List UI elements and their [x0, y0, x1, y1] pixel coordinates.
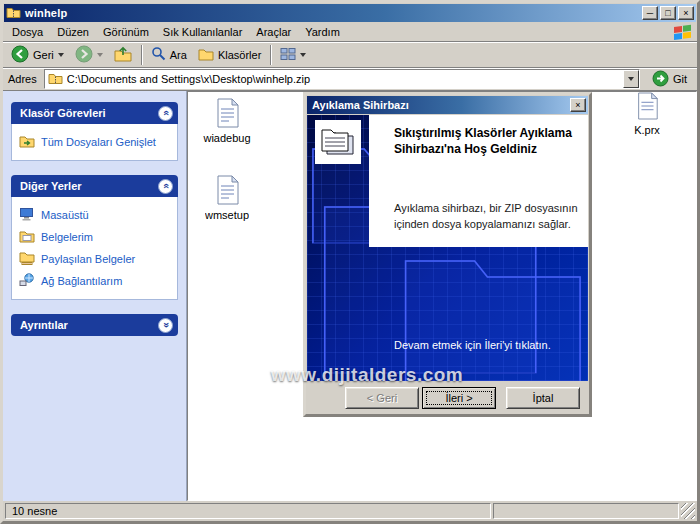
file-item[interactable]: K.prx [616, 92, 678, 136]
wizard-cancel-button[interactable]: İptal [506, 387, 580, 409]
document-icon [213, 175, 241, 207]
section-details: Ayrıntılar » [11, 314, 178, 336]
chevron-up-icon[interactable]: « [158, 106, 173, 121]
menu-bar: Dosya Düzen Görünüm Sık Kullanılanlar Ar… [3, 23, 697, 42]
section-header-other-places[interactable]: Diğer Yerler « [11, 175, 178, 197]
task-pane: Klasör Görevleri « Tüm Dosyaları Genişle… [3, 91, 187, 501]
search-button-label: Ara [170, 49, 187, 61]
search-icon [151, 46, 166, 63]
menu-sik-kullanilanlar[interactable]: Sık Kullanılanlar [156, 24, 250, 40]
address-path-text: C:\Documents and Settings\x\Desktop\winh… [67, 73, 619, 85]
wizard-body-text: Ayıklama sihirbazı, bir ZIP dosyasının i… [394, 201, 580, 233]
chevron-down-icon [97, 53, 103, 57]
status-text: 10 nesne [12, 505, 57, 517]
section-body: Tüm Dosyaları Genişlet [11, 124, 178, 161]
my-documents-link[interactable]: Belgelerim [18, 226, 171, 248]
status-cell: 10 nesne [5, 503, 491, 519]
forward-button[interactable] [70, 43, 108, 67]
address-input[interactable]: C:\Documents and Settings\x\Desktop\winh… [44, 69, 640, 89]
menu-dosya[interactable]: Dosya [5, 24, 50, 40]
section-folder-tasks: Klasör Görevleri « Tüm Dosyaları Genişle… [11, 102, 178, 161]
menu-araclar[interactable]: Araçlar [249, 24, 298, 40]
network-places-icon [19, 273, 35, 289]
back-button-label: Geri [33, 49, 54, 61]
chevron-down-icon [628, 77, 634, 81]
go-button-label: Git [673, 73, 687, 85]
section-title: Diğer Yerler [20, 180, 82, 192]
zip-folder-icon [48, 72, 63, 87]
chevron-down-icon [300, 53, 306, 57]
go-button[interactable]: Git [647, 68, 692, 90]
address-label: Adres [8, 73, 37, 85]
desktop-link[interactable]: Masaüstü [18, 204, 171, 226]
close-button[interactable]: × [678, 6, 694, 20]
back-icon [11, 45, 29, 65]
extract-folder-icon [19, 134, 35, 150]
toolbar-separator [270, 45, 271, 65]
document-icon [634, 92, 660, 122]
dialog-title: Ayıklama Sihirbazı [312, 99, 570, 111]
extraction-wizard-dialog: Ayıklama Sihirbazı × Sıkıştırılmış Kl [303, 92, 592, 417]
file-item[interactable]: wmsetup [196, 175, 258, 221]
compressed-folders-icon [315, 120, 361, 164]
my-documents-icon [19, 229, 35, 245]
minimize-button[interactable]: ─ [642, 6, 658, 20]
maximize-button[interactable]: □ [660, 6, 676, 20]
folders-icon [198, 47, 214, 63]
resize-grip[interactable] [681, 503, 695, 519]
toolbar-separator [141, 45, 142, 65]
dialog-button-row: < Geri İleri > İptal [307, 381, 588, 414]
address-bar: Adres C:\Documents and Settings\x\Deskto… [3, 68, 697, 91]
file-item[interactable]: wiadebug [196, 98, 258, 144]
section-body: Masaüstü Belgelerim Paylaşılan Belgeler … [11, 197, 178, 300]
folders-button-label: Klasörler [218, 49, 261, 61]
wizard-back-button[interactable]: < Geri [345, 387, 419, 409]
desktop-icon [19, 207, 35, 223]
menu-duzen[interactable]: Düzen [50, 24, 96, 40]
section-header-details[interactable]: Ayrıntılar » [11, 314, 178, 336]
title-bar: winhelp ─ □ × [4, 4, 696, 22]
wizard-instruction-text: Devam etmek için İleri'yi tıklatın. [394, 339, 580, 351]
status-bar: 10 nesne [3, 501, 697, 521]
go-icon [652, 70, 669, 89]
shared-documents-link[interactable]: Paylaşılan Belgeler [18, 248, 171, 270]
up-button[interactable] [109, 43, 137, 67]
section-header-folder-tasks[interactable]: Klasör Görevleri « [11, 102, 178, 124]
chevron-up-icon[interactable]: « [158, 179, 173, 194]
zip-folder-icon [6, 6, 21, 21]
views-button[interactable] [275, 43, 311, 67]
folders-button[interactable]: Klasörler [193, 43, 266, 67]
extract-all-files-link[interactable]: Tüm Dosyaları Genişlet [18, 131, 171, 153]
views-icon [280, 47, 296, 63]
forward-icon [75, 45, 93, 65]
up-folder-icon [114, 46, 132, 64]
search-button[interactable]: Ara [146, 43, 192, 67]
toolbar: Geri Ara Klasörler [3, 42, 697, 68]
windows-logo-icon [671, 22, 693, 41]
back-button[interactable]: Geri [6, 43, 69, 67]
wizard-welcome-page: Sıkıştırılmış Klasörler Ayıklama Sihirba… [307, 115, 588, 381]
menu-yardim[interactable]: Yardım [298, 24, 347, 40]
network-places-link[interactable]: Ağ Bağlantılarım [18, 270, 171, 292]
address-dropdown-button[interactable] [623, 70, 639, 88]
chevron-down-icon[interactable]: » [158, 318, 173, 333]
shared-documents-icon [19, 251, 35, 267]
window-title: winhelp [25, 7, 638, 19]
section-title: Klasör Görevleri [20, 107, 106, 119]
window-controls: ─ □ × [642, 6, 694, 20]
wizard-next-button[interactable]: İleri > [422, 387, 496, 409]
document-icon [213, 98, 241, 130]
section-other-places: Diğer Yerler « Masaüstü Belgelerim Payla… [11, 175, 178, 300]
dialog-close-button[interactable]: × [570, 98, 586, 112]
status-cell [493, 503, 679, 519]
dialog-title-bar: Ayıklama Sihirbazı × [307, 96, 588, 114]
section-title: Ayrıntılar [20, 319, 68, 331]
wizard-heading: Sıkıştırılmış Klasörler Ayıklama Sihirba… [394, 125, 584, 157]
chevron-down-icon [58, 53, 64, 57]
menu-gorunum[interactable]: Görünüm [96, 24, 156, 40]
